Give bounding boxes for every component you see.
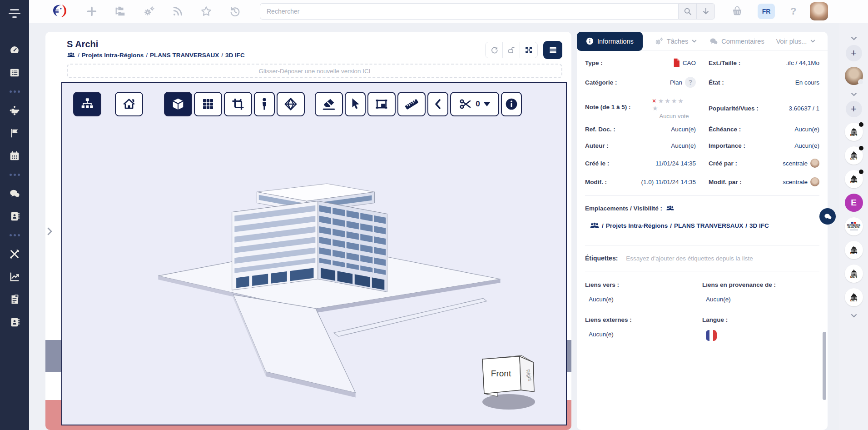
- rss-feed-icon[interactable]: [172, 5, 184, 17]
- etiquettes-input[interactable]: [626, 255, 819, 262]
- entity-avatar-die6[interactable]: DIE 6: [845, 265, 863, 283]
- entity-avatar-die5[interactable]: DIE 5: [845, 123, 863, 141]
- users-icon: [590, 222, 600, 230]
- chat-bubble-button[interactable]: [819, 208, 836, 225]
- ifc-viewer[interactable]: 0: [61, 82, 567, 425]
- crop-button[interactable]: [224, 92, 252, 116]
- viewer-3d-scene[interactable]: Front Right: [62, 83, 566, 425]
- entity-label: DIE 2: [850, 299, 857, 302]
- liens-prov-value: Aucun(e): [706, 296, 819, 303]
- french-flag-icon[interactable]: [706, 330, 717, 341]
- rail-add-entity-button[interactable]: +: [846, 101, 862, 117]
- section-cut-button[interactable]: 0: [450, 92, 499, 116]
- breadcrumb-item-3d-ifc[interactable]: 3D IFC: [225, 52, 245, 59]
- breadcrumb-separator: /: [602, 222, 604, 229]
- menu-toggle-icon[interactable]: [9, 9, 20, 18]
- rail-add-button[interactable]: +: [846, 45, 862, 61]
- address-book-icon[interactable]: [9, 316, 20, 328]
- wireframe-button[interactable]: [277, 92, 305, 116]
- settings-gears-icon[interactable]: [143, 5, 155, 17]
- eraser-button[interactable]: [315, 92, 343, 116]
- rail-section-chevron[interactable]: [851, 92, 857, 96]
- sidebar-more-icon[interactable]: [10, 90, 20, 94]
- folder-tree-icon[interactable]: [114, 5, 126, 17]
- tab-taches[interactable]: Tâches: [655, 37, 698, 46]
- fullscreen-button[interactable]: [520, 42, 537, 58]
- contacts-icon[interactable]: [9, 210, 20, 222]
- tab-voir-plus[interactable]: Voir plus...: [776, 38, 816, 45]
- basket-icon[interactable]: [731, 5, 743, 17]
- section-box-button[interactable]: [367, 92, 396, 116]
- cut-dropdown-caret[interactable]: [484, 102, 490, 106]
- report-icon[interactable]: [9, 294, 20, 305]
- analytics-icon[interactable]: [9, 271, 20, 283]
- previous-chevron-button[interactable]: [427, 92, 448, 116]
- dashboard-icon[interactable]: [9, 44, 20, 56]
- entity-avatar-e[interactable]: E: [845, 194, 863, 212]
- info-button[interactable]: [501, 92, 522, 116]
- user-avatar[interactable]: [810, 2, 828, 20]
- rail-collapse-chevron[interactable]: [851, 36, 857, 40]
- unlock-button[interactable]: [503, 42, 520, 58]
- modif-par-avatar[interactable]: [810, 177, 819, 186]
- first-person-button[interactable]: [254, 92, 275, 116]
- messages-icon[interactable]: [9, 188, 20, 200]
- rating-stars[interactable]: × ★★★★ ★: [652, 97, 696, 112]
- download-search-button[interactable]: [697, 3, 715, 20]
- rail-user-avatar[interactable]: [845, 67, 863, 85]
- panel-breadcrumb-item-3d-ifc[interactable]: 3D IFC: [749, 222, 769, 229]
- categorie-value[interactable]: Plan: [670, 79, 682, 86]
- panel-breadcrumb-item-projets[interactable]: Projets Intra-Régions: [606, 222, 668, 229]
- measure-ruler-button[interactable]: [397, 92, 426, 116]
- app-logo[interactable]: [51, 3, 69, 20]
- list-icon[interactable]: [9, 67, 20, 79]
- select-cursor-button[interactable]: [345, 92, 366, 116]
- add-icon[interactable]: [86, 5, 98, 17]
- model-tree-button[interactable]: [73, 92, 101, 116]
- card-menu-button[interactable]: [543, 41, 562, 59]
- language-badge[interactable]: FR: [758, 4, 775, 19]
- flag-icon[interactable]: [9, 127, 20, 139]
- search-button[interactable]: [679, 3, 697, 20]
- categorie-help-icon[interactable]: ?: [685, 77, 696, 88]
- emplacements-label: Emplacements / Visibilité :: [585, 205, 662, 212]
- left-panel-expander[interactable]: [46, 226, 53, 236]
- view-cube[interactable]: Front Right: [476, 346, 544, 410]
- rail-scroll-down-chevron[interactable]: [851, 314, 857, 318]
- no-vote-label: Aucun vote: [652, 113, 696, 120]
- cree-le-label: Créé le :: [585, 160, 609, 167]
- tab-commentaires[interactable]: Commentaires: [709, 37, 764, 46]
- upload-dropzone[interactable]: Glisser-Déposer une nouvelle version ICI: [67, 64, 562, 78]
- cree-par-avatar[interactable]: [810, 159, 819, 168]
- help-icon[interactable]: ?: [790, 5, 796, 17]
- shared-folder-icon[interactable]: [9, 105, 20, 116]
- entity-label: DIE 6: [850, 275, 857, 278]
- refresh-button[interactable]: [486, 42, 503, 58]
- sidebar-more-icon[interactable]: [10, 233, 20, 237]
- favorites-star-icon[interactable]: [200, 5, 212, 17]
- entity-avatar-die7[interactable]: DIE 7: [845, 241, 863, 259]
- entity-avatar-die4[interactable]: DIE 4: [845, 146, 863, 165]
- home-view-button[interactable]: [115, 92, 143, 116]
- history-icon[interactable]: [229, 5, 241, 17]
- panel-scrollbar[interactable]: [823, 332, 826, 400]
- tab-informations[interactable]: Informations: [577, 32, 643, 51]
- breadcrumb-item-plans[interactable]: PLANS TRANVERSAUX: [150, 52, 219, 59]
- users-icon[interactable]: [666, 205, 675, 212]
- entity-avatar-die3[interactable]: DIE 3: [845, 170, 863, 188]
- entity-avatar-republique-francaise[interactable]: RÉPUBLIQUEFRANÇAISE: [845, 217, 863, 235]
- breadcrumb-item-projets[interactable]: Projets Intra-Régions: [82, 52, 144, 59]
- cut-count: 0: [476, 100, 480, 109]
- calendar-icon[interactable]: [9, 150, 20, 162]
- grid-view-button[interactable]: [194, 92, 222, 116]
- liens-vers-label: Liens vers :: [585, 281, 619, 288]
- comments-icon: [709, 37, 718, 46]
- sidebar-more-icon[interactable]: [10, 173, 20, 177]
- cube-3d-button[interactable]: [164, 92, 192, 116]
- entity-avatar-die2[interactable]: DIE 2: [845, 288, 863, 306]
- search-input[interactable]: [260, 3, 679, 20]
- panel-breadcrumb-item-plans[interactable]: PLANS TRANVERSAUX: [674, 222, 743, 229]
- entity-label: DIE 7: [850, 252, 857, 255]
- tools-icon[interactable]: [9, 248, 20, 260]
- cad-file-icon: [673, 58, 680, 67]
